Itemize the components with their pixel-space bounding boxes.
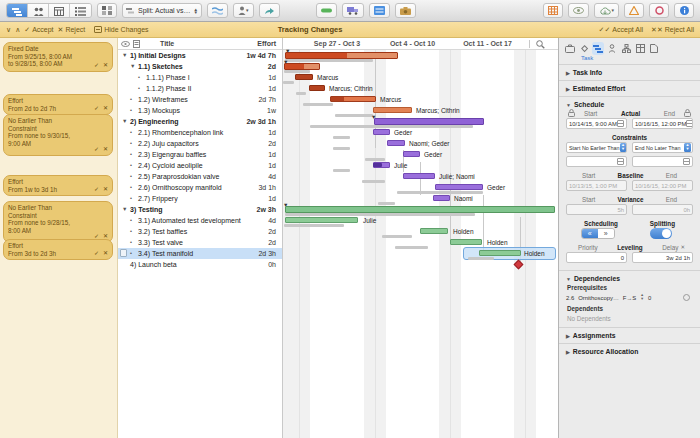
- reject-change-button[interactable]: ✕: [103, 146, 108, 154]
- task-bar[interactable]: [284, 63, 320, 70]
- task-row[interactable]: •3.2) Test baffles2d: [118, 226, 282, 237]
- disclosure-triangle-icon[interactable]: ▼: [122, 206, 127, 212]
- task-bar[interactable]: [433, 195, 450, 201]
- disclosure-triangle-icon[interactable]: ▼: [130, 63, 135, 69]
- reject-change-button[interactable]: ✕: [103, 105, 108, 113]
- task-row[interactable]: •3.1) Automated test development4d: [118, 215, 282, 226]
- reject-change-button[interactable]: ✕: [103, 186, 108, 194]
- resource-view-button[interactable]: [28, 4, 49, 18]
- task-bar[interactable]: [285, 217, 358, 223]
- task-row[interactable]: •1.1.1) Phase I1d: [118, 72, 282, 83]
- set-baseline-button[interactable]: [395, 3, 416, 18]
- outline-view-button[interactable]: [70, 4, 91, 18]
- tab-milestone[interactable]: [578, 42, 590, 55]
- tab-task[interactable]: [592, 42, 604, 55]
- task-bar[interactable]: [373, 129, 390, 135]
- filter-button[interactable]: [568, 3, 589, 18]
- task-bar[interactable]: [403, 151, 420, 157]
- sync-button[interactable]: ▾: [594, 3, 619, 18]
- task-bar[interactable]: [309, 85, 325, 91]
- section-estimated-effort[interactable]: ▶ Estimated Effort: [559, 80, 700, 96]
- task-bar[interactable]: [374, 118, 484, 125]
- task-bar[interactable]: [420, 228, 448, 234]
- task-row[interactable]: •1.2) Wireframes2d 7h: [118, 94, 282, 105]
- task-row[interactable]: ▼1) Initial Designs1w 4d 7h: [118, 50, 282, 61]
- task-row[interactable]: •2.2) Juju capacitors2d: [118, 138, 282, 149]
- reschedule-button[interactable]: [342, 3, 364, 18]
- asap-segment[interactable]: «: [582, 229, 598, 238]
- change-note[interactable]: EffortFrom 1w to 3d 1h✓✕: [3, 175, 113, 196]
- task-bar[interactable]: [450, 239, 482, 245]
- task-row[interactable]: ▼3) Testing2w 3h: [118, 204, 282, 215]
- leveling-delay-field[interactable]: 3w 2d 1h: [632, 252, 693, 263]
- task-row[interactable]: ▼1.1) Sketches2d: [118, 61, 282, 72]
- task-bar[interactable]: [403, 173, 435, 179]
- tab-styles[interactable]: [620, 42, 632, 55]
- task-row[interactable]: •3.4) Test manifold2d 3h: [118, 248, 282, 259]
- previous-change-button[interactable]: ∨: [6, 26, 11, 34]
- focus-button[interactable]: [207, 3, 228, 18]
- task-bar[interactable]: [435, 184, 483, 190]
- task-bar[interactable]: [373, 107, 412, 113]
- task-row[interactable]: 4) Launch beta0h: [118, 259, 282, 270]
- accept-change-button[interactable]: ✓: [94, 250, 99, 258]
- prerequisite-row[interactable]: 2.6 Ornithoscopy… F→S ▲▼ 0: [559, 292, 700, 303]
- scheduling-direction-control[interactable]: « »: [581, 228, 615, 239]
- actual-start-field[interactable]: 10/14/15, 9:00 AM: [566, 118, 627, 129]
- section-assignments[interactable]: ▶ Assignments: [559, 327, 700, 343]
- tab-project[interactable]: [564, 42, 576, 55]
- change-note[interactable]: Fixed DateFrom 9/25/15, 8:00 AMto 9/28/1…: [3, 42, 113, 72]
- lock-icon[interactable]: [684, 109, 691, 117]
- task-row[interactable]: •2.7) Frippery1d: [118, 193, 282, 204]
- task-view-button[interactable]: [7, 4, 28, 18]
- task-row[interactable]: •2.4) Cycloid aeolipile1d: [118, 160, 282, 171]
- constraint-end-date-field[interactable]: [632, 156, 693, 167]
- task-row[interactable]: •2.6) Ornithoscopy manifold3d 1h: [118, 182, 282, 193]
- publish-button[interactable]: [259, 3, 280, 18]
- accept-change-button[interactable]: ✓: [94, 146, 99, 154]
- task-bar[interactable]: [285, 206, 555, 213]
- change-note[interactable]: No Earlier ThanConstraintFrom none to 9/…: [3, 201, 113, 243]
- task-row[interactable]: ▼2) Engineering2w 3d 1h: [118, 116, 282, 127]
- violations-button[interactable]: [624, 3, 644, 18]
- task-bar[interactable]: [479, 250, 521, 256]
- reject-button[interactable]: ✕ Reject: [58, 26, 86, 34]
- calendar-icon[interactable]: [617, 158, 624, 165]
- calendar-view-button[interactable]: [49, 4, 70, 18]
- priority-field[interactable]: 0: [566, 252, 627, 263]
- accept-all-button[interactable]: ✓✓ Accept All: [599, 26, 643, 34]
- disclosure-triangle-icon[interactable]: ▼: [122, 52, 127, 58]
- reject-change-button[interactable]: ✕: [103, 62, 108, 70]
- task-bar[interactable]: [373, 163, 382, 167]
- title-column-header[interactable]: Title: [160, 40, 174, 47]
- prereq-type[interactable]: F→S: [623, 295, 636, 301]
- task-row[interactable]: •2.1) Rhombencephalon link1d: [118, 127, 282, 138]
- remove-dependency-icon[interactable]: [683, 294, 690, 301]
- change-tracking-button[interactable]: [649, 3, 669, 18]
- task-row[interactable]: •2.3) Eigengrau baffles1d: [118, 149, 282, 160]
- critical-path-button[interactable]: [543, 3, 563, 18]
- calendar-icon[interactable]: [686, 120, 693, 127]
- resource-assign-button[interactable]: ▾: [233, 3, 254, 18]
- tab-attachments[interactable]: [648, 42, 660, 55]
- task-bar[interactable]: [330, 96, 376, 102]
- calendar-icon[interactable]: [683, 158, 690, 165]
- tab-custom-data[interactable]: [634, 42, 646, 55]
- task-row[interactable]: •3.3) Test valve2d: [118, 237, 282, 248]
- task-row[interactable]: •2.5) Paraprosdokian valve4d: [118, 171, 282, 182]
- effort-column-header[interactable]: Effort: [257, 40, 276, 47]
- dependencies-header[interactable]: ▼ Dependencies: [559, 275, 700, 282]
- split-view-popup[interactable]: Split: Actual vs… ▲▼: [122, 3, 202, 18]
- accept-change-button[interactable]: ✓: [94, 105, 99, 113]
- network-view-button[interactable]: [97, 3, 117, 18]
- change-note[interactable]: No Earlier ThanConstraintFrom none to 9/…: [3, 114, 113, 156]
- reject-change-button[interactable]: ✕: [103, 250, 108, 258]
- tab-resource[interactable]: [606, 42, 618, 55]
- lock-icon[interactable]: [568, 109, 575, 117]
- actual-end-field[interactable]: 10/16/15, 12:00 PM: [632, 118, 693, 129]
- change-note[interactable]: EffortFrom 3d to 2d 3h✓✕: [3, 239, 113, 260]
- delay-clear-icon[interactable]: ✕: [680, 244, 685, 250]
- section-task-info[interactable]: ▶ Task Info: [559, 64, 700, 80]
- start-constraint-popup[interactable]: Start No Earlier Than▲▼: [566, 142, 627, 153]
- task-bar[interactable]: [295, 74, 313, 80]
